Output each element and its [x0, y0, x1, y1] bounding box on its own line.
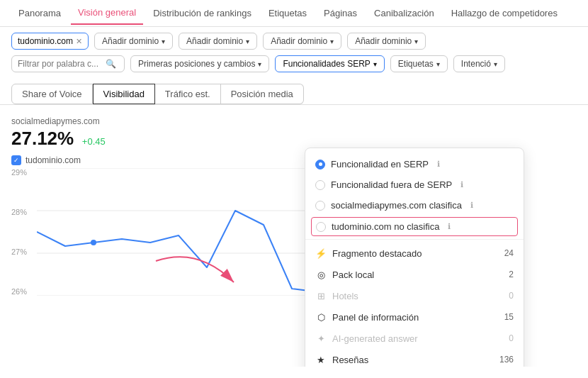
- menu-pack-left: ◎ Pack local: [315, 269, 374, 280]
- menu-pack-count: 2: [509, 269, 514, 279]
- y-label-29: 29%: [11, 168, 33, 177]
- divider-1: [305, 239, 524, 240]
- info-icon-4: ℹ: [448, 222, 451, 231]
- chevron-down-icon-1: ▾: [162, 38, 165, 45]
- nav-distribucion[interactable]: Distribución de rankings: [146, 2, 259, 24]
- menu-resenas-label: Reseñas: [332, 355, 368, 365]
- add-domain-btn-4[interactable]: Añadir dominio ▾: [347, 33, 426, 50]
- menu-panel-left: ⬡ Panel de información: [315, 311, 419, 323]
- menu-ai-label: AI-generated answer: [332, 333, 418, 344]
- pack-icon: ◎: [315, 269, 327, 280]
- info-icon-1: ℹ: [437, 160, 440, 169]
- menu-ai-count: 0: [509, 333, 514, 343]
- radio-circle-4: [316, 222, 326, 232]
- toolbar-row-1: tudominio.com ✕ Añadir dominio ▾ Añadir …: [0, 27, 588, 55]
- menu-resenas-count: 136: [499, 355, 514, 365]
- radio-label-2: Funcionalidad fuera de SERP: [331, 179, 452, 190]
- domain-checkbox[interactable]: ✓: [11, 155, 21, 165]
- intencion-label: Intenció: [461, 59, 491, 69]
- filter-input-wrapper[interactable]: 🔍: [11, 55, 125, 72]
- nav-paginas[interactable]: Páginas: [317, 2, 364, 24]
- hotels-icon: ⊞: [315, 290, 327, 301]
- info-icon-3: ℹ: [470, 201, 473, 210]
- close-domain-icon[interactable]: ✕: [76, 37, 82, 46]
- add-domain-label-4: Añadir dominio: [355, 36, 412, 46]
- radio-func-serp[interactable]: Funcionalidad en SERP ℹ: [305, 154, 524, 174]
- nav-vision-general[interactable]: Visión general: [71, 1, 143, 25]
- radio-func-fuera[interactable]: Funcionalidad fuera de SERP ℹ: [305, 174, 524, 195]
- domain-text: tudominio.com: [18, 36, 73, 46]
- menu-fragmento-left: ⚡ Fragmento destacado: [315, 248, 422, 259]
- positions-label: Primeras posiciones y cambios: [138, 59, 255, 69]
- menu-resenas-left: ★ Reseñas: [315, 354, 368, 365]
- add-domain-btn-2[interactable]: Añadir dominio ▾: [179, 33, 257, 50]
- nav-etiquetas[interactable]: Etiquetas: [261, 2, 314, 24]
- add-domain-label-2: Añadir dominio: [186, 36, 243, 46]
- ai-icon: ✦: [315, 333, 327, 344]
- chevron-down-icon-8: ▾: [494, 60, 497, 68]
- chart-domain-text: tudominio.com: [26, 155, 81, 165]
- stat-value: 27.12%: [11, 128, 74, 149]
- resenas-icon: ★: [315, 354, 327, 365]
- stat-domain: socialmediapymes.com: [11, 116, 577, 126]
- chevron-down-icon-6: ▾: [373, 60, 377, 68]
- add-domain-label-3: Añadir dominio: [271, 36, 327, 46]
- menu-pack-local[interactable]: ◎ Pack local 2: [305, 264, 524, 285]
- menu-panel[interactable]: ⬡ Panel de información 15: [305, 306, 524, 328]
- tab-share-of-voice[interactable]: Share of Voice: [11, 84, 93, 104]
- etiquetas-label: Etiquetas: [398, 59, 434, 69]
- radio-label-4: tudominio.com no clasifica: [332, 221, 439, 232]
- main-content: socialmediapymes.com 27.12% +0.45 ✓ tudo…: [0, 105, 588, 367]
- positions-dropdown[interactable]: Primeras posiciones y cambios ▾: [130, 55, 269, 72]
- serp-features-dropdown[interactable]: Funcionalidades SERP ▾: [275, 55, 384, 72]
- tab-trafico[interactable]: Tráfico est.: [155, 84, 221, 104]
- etiquetas-dropdown[interactable]: Etiquetas ▾: [390, 55, 448, 72]
- menu-hotels-count: 0: [509, 291, 514, 301]
- panel-icon: ⬡: [315, 311, 327, 323]
- menu-ai: ✦ AI-generated answer 0: [305, 328, 524, 349]
- chart-dot: [91, 240, 96, 245]
- nav-bar: Panorama Visión general Distribución de …: [0, 0, 588, 27]
- search-icon: 🔍: [106, 59, 116, 69]
- nav-hallazgo[interactable]: Hallazgo de competidores: [444, 2, 565, 24]
- menu-panel-label: Panel de información: [332, 312, 419, 323]
- menu-hotels: ⊞ Hotels 0: [305, 285, 524, 306]
- tabs-row: Share of Voice Visibilidad Tráfico est. …: [0, 78, 588, 105]
- add-domain-label-1: Añadir dominio: [102, 36, 159, 46]
- filter-input[interactable]: [18, 59, 103, 69]
- menu-pack-label: Pack local: [332, 269, 374, 280]
- stat-change: +0.45: [82, 136, 106, 147]
- radio-tudo-no-clasifica[interactable]: tudominio.com no clasifica ℹ: [312, 218, 517, 235]
- intencion-dropdown[interactable]: Intenció ▾: [453, 55, 505, 72]
- chevron-down-icon-4: ▾: [414, 38, 418, 45]
- menu-fragmento[interactable]: ⚡ Fragmento destacado 24: [305, 243, 524, 264]
- serp-dropdown-overlay: Funcionalidad en SERP ℹ Funcionalidad fu…: [305, 148, 524, 367]
- menu-resenas[interactable]: ★ Reseñas 136: [305, 349, 524, 367]
- menu-hotels-left: ⊞ Hotels: [315, 290, 358, 301]
- y-label-26: 26%: [11, 287, 33, 296]
- chart-line: [37, 211, 320, 292]
- toolbar-row-2: 🔍 Primeras posiciones y cambios ▾ Funcio…: [0, 55, 588, 78]
- domain-pill[interactable]: tudominio.com ✕: [11, 33, 89, 50]
- radio-label-3: socialmediapymes.com clasifica: [331, 200, 462, 211]
- menu-panel-count: 15: [504, 312, 514, 322]
- chevron-down-icon-7: ▾: [436, 60, 440, 68]
- radio-circle-3: [315, 201, 325, 211]
- chevron-down-icon-5: ▾: [258, 60, 261, 68]
- menu-hotels-label: Hotels: [332, 291, 358, 301]
- radio-social-clasifica[interactable]: socialmediapymes.com clasifica ℹ: [305, 195, 524, 216]
- y-label-27: 27%: [11, 248, 33, 256]
- tab-visibilidad[interactable]: Visibilidad: [93, 84, 155, 104]
- serp-label: Funcionalidades SERP: [283, 59, 370, 69]
- radio-label-1: Funcionalidad en SERP: [331, 159, 429, 169]
- add-domain-btn-3[interactable]: Añadir dominio ▾: [263, 33, 341, 50]
- nav-canibalizacion[interactable]: Canibalización: [367, 2, 441, 24]
- y-label-28: 28%: [11, 208, 33, 216]
- menu-fragmento-label: Fragmento destacado: [332, 248, 422, 259]
- add-domain-btn-1[interactable]: Añadir dominio ▾: [94, 33, 173, 50]
- tab-posicion-media[interactable]: Posición media: [221, 84, 304, 104]
- nav-panorama[interactable]: Panorama: [11, 2, 68, 24]
- chevron-down-icon-3: ▾: [330, 38, 334, 45]
- radio-circle-1: [315, 160, 325, 169]
- menu-ai-left: ✦ AI-generated answer: [315, 333, 418, 344]
